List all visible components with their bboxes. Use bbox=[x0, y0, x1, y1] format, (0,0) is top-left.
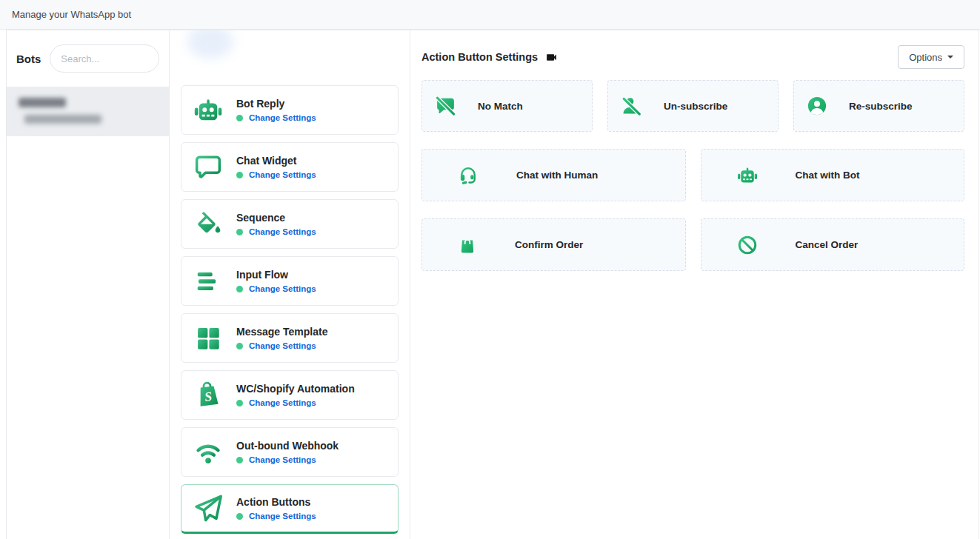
action-tiles-row-2: Chat with Human bbox=[421, 149, 964, 201]
user-slash-icon bbox=[620, 95, 643, 118]
status-dot bbox=[236, 400, 243, 406]
status-dot bbox=[236, 172, 243, 178]
status-dot bbox=[236, 229, 243, 235]
feature-card-outbound-webhook: Out-bound Webhook Change Settings bbox=[181, 427, 399, 477]
status-dot bbox=[236, 286, 243, 292]
action-tile-label: Confirm Order bbox=[515, 239, 583, 250]
options-button-label: Options bbox=[909, 52, 942, 63]
change-settings-link[interactable]: Change Settings bbox=[249, 455, 316, 464]
wifi-icon bbox=[191, 437, 225, 468]
feature-card-chat-widget: Chat Widget Change Settings bbox=[181, 142, 399, 192]
sidebar-header: Bots bbox=[7, 30, 169, 87]
action-tile-unsubscribe[interactable]: Un-subscribe bbox=[607, 80, 779, 132]
panel-header: Action Button Settings Options bbox=[421, 42, 964, 72]
feature-card-sequence: Sequence Change Settings bbox=[181, 199, 399, 249]
action-button-settings-panel: Action Button Settings Options bbox=[410, 30, 979, 539]
change-settings-link[interactable]: Change Settings bbox=[249, 398, 316, 407]
action-tile-label: Re-subscribe bbox=[849, 101, 913, 112]
action-tile-cancel-order[interactable]: Cancel Order bbox=[701, 218, 965, 271]
grid-icon bbox=[191, 324, 225, 352]
list-bars-icon bbox=[191, 267, 225, 295]
status-dot bbox=[236, 513, 243, 520]
shopping-bag-icon bbox=[457, 235, 478, 255]
topbar: Manage your WhatsApp bot bbox=[0, 0, 980, 30]
status-dot bbox=[236, 457, 243, 463]
comment-slash-icon bbox=[434, 95, 457, 118]
page-title: Manage your WhatsApp bot bbox=[12, 9, 131, 20]
status-dot bbox=[236, 115, 243, 121]
ban-icon bbox=[736, 234, 759, 256]
feature-title: Sequence bbox=[236, 212, 316, 224]
feature-card-bot-reply: Bot Reply Change Settings bbox=[181, 85, 399, 135]
selected-bot-item[interactable] bbox=[7, 87, 169, 136]
blurred-bot-name bbox=[19, 98, 66, 107]
feature-title: Action Buttons bbox=[236, 496, 316, 508]
change-settings-link[interactable]: Change Settings bbox=[249, 341, 316, 350]
main-container: Bots bbox=[6, 30, 979, 539]
status-dot bbox=[236, 343, 243, 349]
change-settings-link[interactable]: Change Settings bbox=[249, 113, 316, 122]
shopify-bag-icon: S bbox=[191, 380, 225, 411]
feature-title: Message Template bbox=[236, 326, 327, 338]
feature-card-action-buttons: Action Buttons Change Settings bbox=[181, 484, 399, 534]
blurred-bot-phone bbox=[24, 115, 101, 124]
action-tiles-grid: No Match Un-subscribe bbox=[421, 80, 964, 271]
feature-column: Bot Reply Change Settings Chat Widget bbox=[170, 30, 410, 539]
user-circle-icon bbox=[806, 95, 828, 117]
change-settings-link[interactable]: Change Settings bbox=[249, 227, 316, 236]
feature-title: Out-bound Webhook bbox=[236, 440, 339, 452]
feature-title: Chat Widget bbox=[236, 155, 316, 167]
action-tile-chat-with-bot[interactable]: Chat with Bot bbox=[701, 149, 965, 201]
action-tile-label: No Match bbox=[478, 101, 523, 112]
action-tile-label: Un-subscribe bbox=[664, 101, 727, 112]
action-tiles-row-1: No Match Un-subscribe bbox=[421, 80, 964, 132]
robot-icon bbox=[191, 95, 225, 126]
bots-heading: Bots bbox=[16, 53, 41, 65]
action-tile-confirm-order[interactable]: Confirm Order bbox=[421, 218, 686, 271]
video-camera-icon[interactable] bbox=[545, 51, 558, 64]
feature-title: WC/Shopify Automation bbox=[236, 383, 355, 395]
action-tile-no-match[interactable]: No Match bbox=[421, 80, 593, 132]
chat-bubble-icon bbox=[191, 153, 225, 182]
action-tile-resubscribe[interactable]: Re-subscribe bbox=[793, 80, 964, 132]
feature-card-list: Bot Reply Change Settings Chat Widget bbox=[170, 30, 410, 534]
paint-bucket-icon bbox=[191, 210, 225, 239]
action-tile-chat-with-human[interactable]: Chat with Human bbox=[421, 149, 686, 201]
feature-title: Bot Reply bbox=[236, 98, 316, 110]
bots-sidebar: Bots bbox=[7, 30, 170, 539]
change-settings-link[interactable]: Change Settings bbox=[249, 170, 316, 179]
feature-card-input-flow: Input Flow Change Settings bbox=[181, 256, 399, 306]
chevron-down-icon bbox=[947, 56, 953, 58]
action-tile-label: Cancel Order bbox=[796, 239, 859, 250]
action-tile-label: Chat with Bot bbox=[796, 170, 860, 181]
panel-title: Action Button Settings bbox=[421, 51, 538, 63]
action-tile-label: Chat with Human bbox=[516, 170, 598, 181]
change-settings-link[interactable]: Change Settings bbox=[249, 284, 316, 293]
feature-title: Input Flow bbox=[236, 269, 316, 281]
robot-icon bbox=[736, 164, 759, 187]
change-settings-link[interactable]: Change Settings bbox=[249, 512, 316, 520]
bot-search-input[interactable] bbox=[50, 44, 159, 73]
feature-card-message-template: Message Template Change Settings bbox=[181, 313, 399, 363]
options-button[interactable]: Options bbox=[898, 45, 964, 69]
action-tiles-row-3: Confirm Order Cancel Order bbox=[421, 218, 964, 271]
feature-card-shopify-automation: S WC/Shopify Automation Change Settings bbox=[181, 370, 399, 420]
headset-icon bbox=[457, 164, 479, 187]
paper-plane-icon bbox=[191, 492, 225, 525]
